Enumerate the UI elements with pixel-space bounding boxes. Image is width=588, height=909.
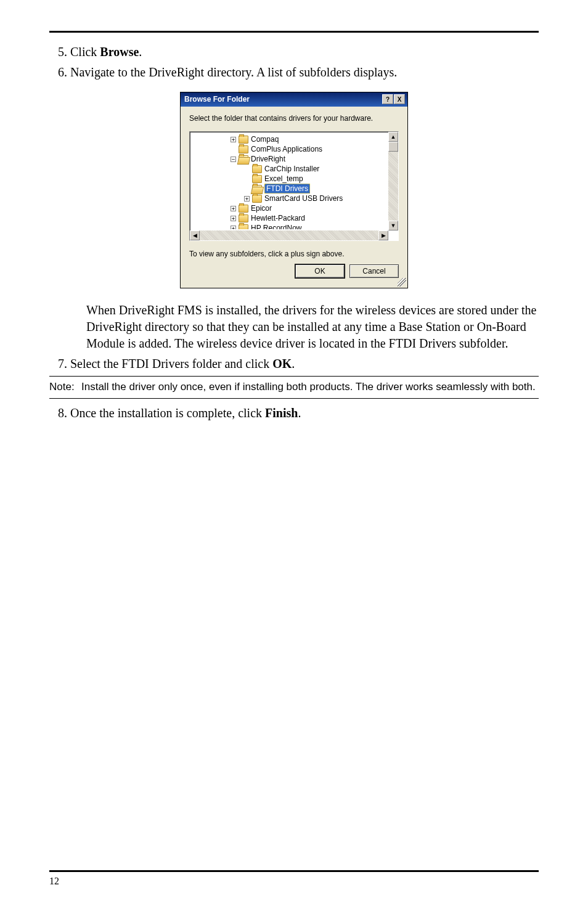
tree-node-hp[interactable]: + Hewlett-Packard <box>194 213 386 223</box>
open-folder-icon <box>239 155 248 163</box>
step-8: Once the installation is complete, click… <box>70 405 539 422</box>
plus-icon[interactable]: + <box>231 216 236 221</box>
titlebar[interactable]: Browse For Folder ? X <box>181 92 407 107</box>
tree-node-ftdi-drivers[interactable]: FTDI Drivers <box>194 184 386 194</box>
top-rule <box>49 31 539 33</box>
note-label: Note: <box>49 380 81 394</box>
plus-icon[interactable]: + <box>244 196 250 202</box>
help-button[interactable]: ? <box>382 94 393 104</box>
tree-node-smartcard[interactable]: + SmartCard USB Drivers <box>194 194 386 203</box>
vertical-scrollbar[interactable]: ▲ ▼ <box>388 132 398 230</box>
browse-for-folder-dialog: Browse For Folder ? X Select the folder … <box>180 92 408 288</box>
folder-icon <box>252 175 262 183</box>
step-8-post: . <box>298 406 301 420</box>
tree-label: Epicor <box>251 204 272 213</box>
folder-icon <box>239 205 248 213</box>
tree-node-hp-recordnow[interactable]: + HP RecordNow <box>194 223 386 229</box>
step-5: Click Browse. <box>70 44 539 60</box>
tree-node-compaq[interactable]: + Compaq <box>194 134 386 144</box>
folder-icon <box>239 224 248 230</box>
tree-label: CarChip Installer <box>264 165 319 173</box>
scroll-up-icon[interactable]: ▲ <box>388 132 398 142</box>
step-8-bold: Finish <box>265 406 298 420</box>
tree-node-excel-temp[interactable]: Excel_temp <box>194 174 386 184</box>
note-block: Note: Install the driver only once, even… <box>49 380 539 394</box>
step-8-pre: Once the installation is complete, click <box>70 406 265 420</box>
tree-label: ComPlus Applications <box>251 145 322 153</box>
dialog-wrap: Browse For Folder ? X Select the folder … <box>49 92 539 288</box>
explanatory-paragraph: When DriveRight FMS is installed, the dr… <box>86 302 539 352</box>
note-text: Install the driver only once, even if in… <box>81 380 539 394</box>
tree-node-driveright[interactable]: − DriveRight <box>194 154 386 164</box>
tree-label: DriveRight <box>251 155 285 163</box>
scroll-down-icon[interactable]: ▼ <box>388 221 398 230</box>
folder-icon <box>239 145 248 153</box>
page-number: 12 <box>49 876 539 887</box>
steps-list-bottom: Once the installation is complete, click… <box>70 405 539 422</box>
folder-icon <box>252 195 262 203</box>
scroll-left-icon[interactable]: ◀ <box>190 230 200 240</box>
help-icon: ? <box>386 96 390 103</box>
plus-icon[interactable]: + <box>231 206 236 211</box>
minus-icon[interactable]: − <box>231 157 236 162</box>
tree-label: Hewlett-Packard <box>251 214 305 222</box>
scroll-right-icon[interactable]: ▶ <box>378 230 388 240</box>
step-5-post: . <box>139 45 142 59</box>
folder-icon <box>252 165 262 173</box>
cancel-label: Cancel <box>362 267 385 275</box>
footer-rule <box>49 870 539 872</box>
folder-tree: + Compaq ComPlus Applications − <box>189 131 399 241</box>
tree-node-carchip[interactable]: CarChip Installer <box>194 164 386 174</box>
tree-node-complus[interactable]: ComPlus Applications <box>194 144 386 154</box>
tree-label: SmartCard USB Drivers <box>264 194 343 203</box>
steps-list-top: Click Browse. Navigate to the DriveRight… <box>70 44 539 81</box>
step-5-pre: Click <box>70 45 100 59</box>
tree-label-selected: FTDI Drivers <box>264 184 310 194</box>
step-6: Navigate to the DriveRight directory. A … <box>70 64 539 81</box>
step-6-text: Navigate to the DriveRight directory. A … <box>70 65 397 79</box>
dialog-instruction: Select the folder that contains drivers … <box>189 114 399 123</box>
step-7-bold: OK <box>272 357 292 370</box>
close-button[interactable]: X <box>394 94 405 104</box>
close-icon: X <box>398 96 402 103</box>
note-rule-bottom <box>49 398 539 399</box>
resize-grip-icon[interactable] <box>398 278 406 287</box>
step-5-bold: Browse <box>100 45 139 59</box>
tree-label: Compaq <box>251 135 279 144</box>
step-7-pre: Select the FTDI Drivers folder and click <box>70 357 272 370</box>
tree-label: HP RecordNow <box>251 224 301 229</box>
dialog-hint: To view any subfolders, click a plus sig… <box>189 250 399 258</box>
steps-list-mid: Select the FTDI Drivers folder and click… <box>70 356 539 372</box>
plus-icon[interactable]: + <box>231 137 236 142</box>
tree-label: Excel_temp <box>264 174 303 183</box>
step-7: Select the FTDI Drivers folder and click… <box>70 356 539 372</box>
horizontal-scrollbar[interactable]: ◀ ▶ <box>190 230 388 240</box>
folder-icon <box>239 214 248 222</box>
cancel-button[interactable]: Cancel <box>349 264 399 278</box>
plus-icon[interactable]: + <box>231 226 236 230</box>
tree-node-epicor[interactable]: + Epicor <box>194 203 386 213</box>
note-rule-top <box>49 376 539 377</box>
step-7-post: . <box>292 357 295 370</box>
ok-label: OK <box>314 267 325 275</box>
scroll-thumb[interactable] <box>388 142 398 152</box>
titlebar-text: Browse For Folder <box>184 95 250 104</box>
folder-icon <box>239 136 248 144</box>
ok-button[interactable]: OK <box>295 264 345 278</box>
open-folder-icon <box>252 185 262 193</box>
